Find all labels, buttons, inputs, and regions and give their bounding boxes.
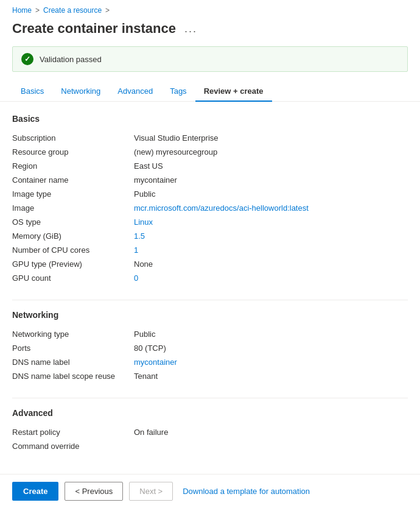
download-template-link[interactable]: Download a template for automation [183, 487, 310, 496]
basics-container-name-value: mycontainer [134, 173, 408, 187]
basics-memory-value: 1.5 [134, 229, 408, 243]
basics-region-label: Region [12, 159, 134, 173]
table-row: DNS name label mycontainer [12, 355, 408, 369]
breadcrumb: Home > Create a resource > [0, 0, 420, 18]
validation-check-icon [21, 53, 33, 65]
table-row: Command override [12, 439, 408, 453]
next-button: Next > [129, 482, 173, 501]
net-dns-value: mycontainer [134, 355, 408, 369]
table-row: Image mcr.microsoft.com/azuredocs/aci-he… [12, 201, 408, 215]
net-ports-value: 80 (TCP) [134, 341, 408, 355]
basics-table: Subscription Visual Studio Enterprise Re… [12, 131, 408, 285]
table-row: Memory (GiB) 1.5 [12, 229, 408, 243]
tabs-container: Basics Networking Advanced Tags Review +… [0, 82, 420, 102]
basics-os-type-link[interactable]: Linux [134, 217, 153, 227]
basics-cpu-value: 1 [134, 243, 408, 257]
basics-container-name-label: Container name [12, 173, 134, 187]
basics-resource-group-label: Resource group [12, 145, 134, 159]
net-ports-label: Ports [12, 341, 134, 355]
table-row: OS type Linux [12, 215, 408, 229]
create-button[interactable]: Create [12, 482, 58, 501]
basics-subscription-label: Subscription [12, 131, 134, 145]
adv-command-value [134, 439, 408, 453]
basics-image-type-label: Image type [12, 187, 134, 201]
divider-networking [12, 300, 408, 300]
page-title: Create container instance [12, 21, 176, 37]
breadcrumb-create-resource[interactable]: Create a resource [43, 6, 102, 15]
basics-image-value: mcr.microsoft.com/azuredocs/aci-hellowor… [134, 201, 408, 215]
table-row: GPU count 0 [12, 271, 408, 285]
ellipsis-button[interactable]: ... [182, 23, 200, 35]
table-row: Region East US [12, 159, 408, 173]
validation-text: Validation passed [40, 55, 102, 64]
basics-image-label: Image [12, 201, 134, 215]
table-row: Networking type Public [12, 327, 408, 341]
basics-cpu-link[interactable]: 1 [134, 245, 138, 255]
net-dns-scope-value: Tenant [134, 369, 408, 383]
basics-image-link[interactable]: mcr.microsoft.com/azuredocs/aci-hellowor… [134, 203, 309, 213]
adv-restart-label: Restart policy [12, 425, 134, 439]
advanced-table: Restart policy On failure Command overri… [12, 425, 408, 453]
table-row: Image type Public [12, 187, 408, 201]
table-row: Resource group (new) myresourcegroup [12, 145, 408, 159]
net-type-value: Public [134, 327, 408, 341]
basics-gpu-type-value: None [134, 257, 408, 271]
table-row: Restart policy On failure [12, 425, 408, 439]
divider-advanced [12, 398, 408, 398]
validation-banner: Validation passed [12, 46, 408, 72]
basics-memory-link[interactable]: 1.5 [134, 231, 145, 241]
tab-tags[interactable]: Tags [161, 82, 195, 102]
basics-gpu-count-link[interactable]: 0 [134, 273, 138, 283]
adv-restart-value: On failure [134, 425, 408, 439]
table-row: Number of CPU cores 1 [12, 243, 408, 257]
breadcrumb-home[interactable]: Home [12, 6, 32, 15]
tab-networking[interactable]: Networking [52, 82, 109, 102]
table-row: Ports 80 (TCP) [12, 341, 408, 355]
breadcrumb-sep2: > [105, 6, 110, 15]
section-title-networking: Networking [12, 310, 408, 320]
table-row: GPU type (Preview) None [12, 257, 408, 271]
tab-advanced[interactable]: Advanced [109, 82, 161, 102]
basics-resource-group-value: (new) myresourcegroup [134, 145, 408, 159]
table-row: Container name mycontainer [12, 173, 408, 187]
net-type-label: Networking type [12, 327, 134, 341]
basics-os-type-label: OS type [12, 215, 134, 229]
breadcrumb-sep1: > [35, 6, 40, 15]
section-title-advanced: Advanced [12, 408, 408, 418]
basics-memory-label: Memory (GiB) [12, 229, 134, 243]
adv-command-label: Command override [12, 439, 134, 453]
footer: Create < Previous Next > Download a temp… [0, 474, 420, 508]
basics-os-type-value: Linux [134, 215, 408, 229]
basics-region-value: East US [134, 159, 408, 173]
tab-basics[interactable]: Basics [12, 82, 52, 102]
basics-gpu-count-label: GPU count [12, 271, 134, 285]
basics-subscription-value: Visual Studio Enterprise [134, 131, 408, 145]
main-content: Basics Subscription Visual Studio Enterp… [0, 114, 420, 508]
previous-button[interactable]: < Previous [65, 482, 123, 501]
net-dns-link[interactable]: mycontainer [134, 358, 177, 367]
net-dns-label: DNS name label [12, 355, 134, 369]
basics-gpu-count-value: 0 [134, 271, 408, 285]
table-row: DNS name label scope reuse Tenant [12, 369, 408, 383]
basics-gpu-type-label: GPU type (Preview) [12, 257, 134, 271]
basics-image-type-value: Public [134, 187, 408, 201]
basics-cpu-label: Number of CPU cores [12, 243, 134, 257]
networking-table: Networking type Public Ports 80 (TCP) DN… [12, 327, 408, 383]
table-row: Subscription Visual Studio Enterprise [12, 131, 408, 145]
tab-review-create[interactable]: Review + create [195, 82, 272, 102]
section-title-basics: Basics [12, 114, 408, 124]
page-title-row: Create container instance ... [0, 18, 420, 46]
net-dns-scope-label: DNS name label scope reuse [12, 369, 134, 383]
